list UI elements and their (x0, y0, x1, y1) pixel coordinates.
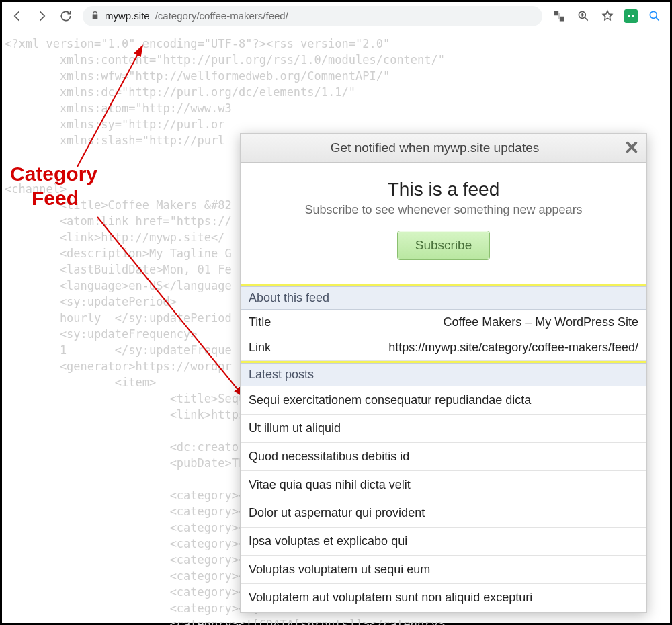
title-label: Title (249, 315, 271, 329)
key-icon[interactable] (647, 9, 662, 24)
forward-button[interactable] (34, 9, 49, 24)
about-section-head: About this feed (241, 286, 646, 310)
reload-button[interactable] (58, 9, 73, 24)
feed-title: This is a feed (254, 179, 633, 200)
subscribe-button[interactable]: Subscribe (397, 231, 491, 260)
svg-line-5 (97, 217, 244, 397)
extension-icon[interactable] (624, 9, 638, 23)
star-icon[interactable] (600, 9, 615, 24)
svg-point-2 (632, 15, 634, 17)
address-bar[interactable]: mywp.site/category/coffee-makers/feed/ (83, 6, 542, 26)
link-value: https://mywp.site/category/coffee-makers… (388, 341, 638, 355)
post-row[interactable]: Sequi exercitationem consequatur repudia… (241, 386, 646, 415)
popup-header-text: Get notified when mywp.site updates (331, 140, 540, 155)
post-row[interactable]: Ipsa voluptas et explicabo qui (241, 528, 646, 556)
about-link-row: Link https://mywp.site/category/coffee-m… (241, 335, 646, 361)
close-button[interactable] (622, 138, 641, 157)
translate-icon[interactable] (552, 9, 566, 24)
svg-line-4 (77, 46, 142, 167)
post-row[interactable]: Dolor ut aspernatur qui provident (241, 499, 646, 528)
title-value: Coffee Makers – My WordPress Site (444, 315, 638, 329)
latest-section-head: Latest posts (241, 363, 646, 386)
svg-point-1 (628, 15, 630, 17)
about-title-row: Title Coffee Makers – My WordPress Site (241, 310, 646, 335)
post-row[interactable]: Ut illum ut aliquid (241, 415, 646, 443)
post-row[interactable]: Quod necessitatibus debitis id (241, 443, 646, 471)
url-path: /category/coffee-makers/feed/ (155, 10, 288, 22)
back-button[interactable] (10, 9, 25, 24)
popup-header: Get notified when mywp.site updates (241, 134, 646, 163)
lock-icon (91, 10, 99, 22)
annotation-label: Category Feed (10, 162, 97, 210)
annotation-arrows (3, 42, 259, 419)
post-row[interactable]: Voluptas voluptatem ut sequi eum (241, 556, 646, 584)
post-row[interactable]: Voluptatem aut voluptatem sunt non aliqu… (241, 584, 646, 612)
zoom-icon[interactable] (576, 9, 591, 24)
link-label: Link (249, 341, 271, 355)
url-domain: mywp.site (105, 10, 150, 22)
post-row[interactable]: Vitae quia quas nihil dicta velit (241, 471, 646, 499)
feed-subtitle: Subscribe to see whenever something new … (254, 203, 633, 217)
feed-popup: Get notified when mywp.site updates This… (240, 133, 647, 613)
browser-toolbar: mywp.site/category/coffee-makers/feed/ (2, 2, 670, 30)
